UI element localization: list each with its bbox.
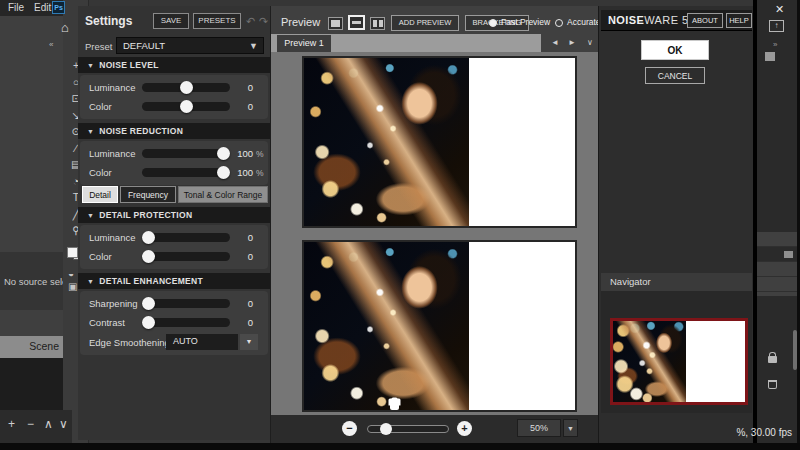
zoom-in-button[interactable]: + — [457, 421, 472, 436]
ok-button[interactable]: OK — [641, 40, 709, 60]
color-reduction-slider[interactable] — [142, 168, 230, 177]
layer-row[interactable] — [757, 277, 797, 292]
layer-row-selected[interactable] — [757, 247, 797, 262]
navigator-image — [613, 321, 686, 402]
tab-next-icon[interactable]: ► — [568, 38, 576, 47]
luminance-slider[interactable] — [142, 83, 230, 92]
collapse-icon[interactable]: « — [49, 40, 53, 49]
slider-thumb[interactable] — [142, 250, 155, 263]
menu-edit[interactable]: Edit — [34, 2, 51, 13]
preview-panel: Preview ADD PREVIEW BRACKETING Fast Prev… — [270, 6, 598, 443]
scene-strip[interactable]: Scene — [0, 336, 64, 358]
slider-thumb[interactable] — [142, 297, 155, 310]
section-detail-enhancement[interactable]: ▼DETAIL ENHANCEMENT — [78, 273, 270, 289]
scene-label: Scene — [29, 340, 59, 352]
remove-button[interactable]: − — [27, 417, 34, 431]
lock-icon[interactable] — [768, 356, 777, 363]
no-source-label: No source sele — [4, 276, 67, 287]
section-noise-reduction[interactable]: ▼NOISE REDUCTION — [78, 123, 270, 139]
scrollbar[interactable] — [793, 330, 797, 370]
zoom-slider[interactable] — [367, 425, 449, 433]
slider-thumb[interactable] — [217, 147, 230, 160]
slider-row: Color 100 % — [80, 163, 268, 182]
slider-row: Contrast 0 — [80, 313, 268, 332]
tab-detail[interactable]: Detail — [82, 186, 118, 203]
preset-dropdown[interactable]: DEFAULT ▼ — [116, 37, 264, 54]
redo-icon[interactable]: ↷ — [259, 15, 268, 28]
move-down-button[interactable]: ∨ — [59, 417, 68, 431]
slider-thumb[interactable] — [217, 166, 230, 179]
preview-pane-original[interactable] — [302, 56, 577, 228]
edge-smoothening-row: Edge Smoothening AUTO ▼ — [80, 332, 268, 353]
luminance-protection-slider[interactable] — [142, 233, 230, 242]
menu-file[interactable]: File — [8, 2, 24, 13]
accurate-radio[interactable] — [555, 19, 563, 27]
navigator-thumbnail[interactable] — [610, 318, 748, 405]
quickmask-icon[interactable]: ◒ — [68, 268, 74, 279]
slider-row: Sharpening 0 — [80, 294, 268, 313]
photoshop-logo: Ps — [52, 1, 65, 14]
preview-tab[interactable]: Preview 1 — [277, 35, 331, 52]
close-icon[interactable]: ✕ — [775, 3, 784, 16]
brush-tool-icon[interactable]: ∕ — [75, 143, 77, 154]
move-up-button[interactable]: ∧ — [44, 417, 53, 431]
about-button[interactable]: ABOUT — [687, 13, 723, 28]
layer-thumb — [784, 251, 793, 258]
save-button[interactable]: SAVE — [153, 13, 189, 29]
chevron-down-icon[interactable]: ▼ — [240, 334, 258, 350]
tab-frequency[interactable]: Frequency — [120, 186, 176, 203]
slider-row: Luminance 0 — [80, 78, 268, 97]
undo-icon[interactable]: ↶ — [246, 15, 255, 28]
tab-menu-icon[interactable]: ∨ — [587, 38, 593, 47]
cancel-button[interactable]: CANCEL — [645, 67, 705, 84]
preview-viewport[interactable] — [271, 52, 599, 415]
contrast-slider[interactable] — [142, 318, 230, 327]
foreground-color-swatch[interactable] — [67, 247, 78, 258]
layer-row[interactable] — [757, 262, 797, 277]
slider-value: 0 — [235, 251, 253, 262]
slider-thumb[interactable] — [142, 231, 155, 244]
fast-preview-radio[interactable] — [489, 19, 497, 27]
presets-button[interactable]: PRESETS — [193, 13, 241, 29]
screenmode-icon[interactable]: ▣ — [68, 281, 77, 292]
section-noise-level[interactable]: ▼NOISE LEVEL — [78, 57, 270, 73]
brand-rest: WARE 5 — [644, 14, 688, 26]
zoom-out-button[interactable]: − — [342, 421, 357, 436]
slider-label: Luminance — [89, 232, 135, 243]
section-detail-protection[interactable]: ▼DETAIL PROTECTION — [78, 207, 270, 223]
horizontal-split-button[interactable] — [348, 15, 365, 30]
home-icon[interactable]: ⌂ — [61, 20, 69, 35]
zoom-slider-thumb[interactable] — [380, 423, 392, 435]
preview-image-filtered — [304, 242, 469, 410]
add-preview-button[interactable]: ADD PREVIEW — [391, 15, 459, 31]
share-icon[interactable]: ↑ — [769, 20, 784, 32]
navigator-header[interactable]: Navigator — [601, 273, 752, 291]
preview-pane-filtered[interactable] — [302, 240, 577, 412]
tab-prev-icon[interactable]: ◄ — [551, 38, 559, 47]
add-button[interactable]: + — [8, 417, 15, 431]
single-view-button[interactable] — [328, 17, 343, 30]
slider-thumb[interactable] — [180, 100, 193, 113]
vertical-split-button[interactable] — [370, 17, 385, 30]
panel-collapse-icon[interactable]: » — [773, 40, 777, 49]
zoom-level-chevron-icon[interactable]: ▼ — [563, 419, 578, 437]
tab-tonal-color-range[interactable]: Tonal & Color Range — [178, 186, 268, 203]
help-button[interactable]: HELP — [726, 13, 752, 28]
color-slider[interactable] — [142, 102, 230, 111]
slider-thumb[interactable] — [142, 316, 155, 329]
hand-cursor-icon — [390, 400, 399, 410]
slider-thumb[interactable] — [180, 81, 193, 94]
slider-value: 100 — [235, 148, 253, 159]
luminance-reduction-slider[interactable] — [142, 149, 230, 158]
color-protection-slider[interactable] — [142, 252, 230, 261]
slider-value: 0 — [235, 101, 253, 112]
zoom-level-value[interactable]: 50% — [517, 419, 561, 437]
settings-title: Settings — [85, 14, 132, 28]
sharpening-slider[interactable] — [142, 299, 230, 308]
layer-row[interactable] — [757, 232, 797, 247]
chevron-down-icon: ▼ — [249, 39, 258, 54]
triangle-icon: ▼ — [87, 278, 94, 285]
right-dock: ✕ ↑ » — [757, 0, 800, 443]
edge-smoothening-dropdown[interactable]: AUTO — [166, 334, 238, 350]
trash-icon[interactable] — [768, 380, 777, 389]
